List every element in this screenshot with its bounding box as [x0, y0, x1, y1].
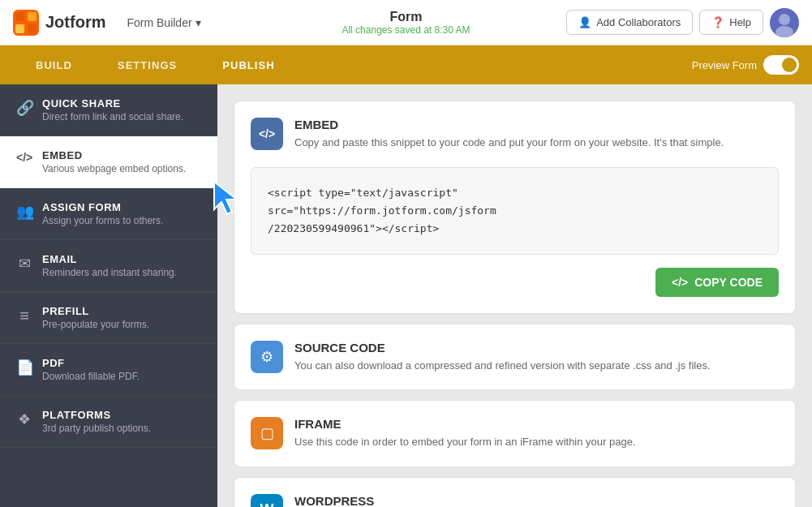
prefill-icon: ≡: [16, 307, 32, 325]
wordpress-card[interactable]: W WORDPRESS Use our free plugin to embed…: [234, 477, 796, 507]
sidebar-item-quick-share[interactable]: 🔗 QUICK SHARE Direct form link and socia…: [0, 84, 217, 136]
help-button[interactable]: ❓ Help: [699, 10, 763, 35]
preview-form-toggle[interactable]: Preview Form: [692, 55, 799, 75]
sidebar-prefill-desc: Pre-populate your forms.: [42, 319, 149, 330]
tab-build[interactable]: BUILD: [13, 49, 95, 81]
iframe-title: IFRAME: [294, 417, 636, 431]
sidebar-embed-desc: Various webpage embed options.: [42, 163, 186, 174]
header: Jotform Form Builder ▾ Form All changes …: [0, 0, 812, 45]
embed-card: </> EMBED Copy and paste this snippet to…: [234, 101, 796, 314]
platforms-icon: ❖: [16, 410, 32, 428]
jotform-logo-icon: [13, 10, 39, 36]
sidebar-item-prefill[interactable]: ≡ PREFILL Pre-populate your forms.: [0, 292, 217, 344]
iframe-card[interactable]: ▢ IFRAME Use this code in order to embed…: [234, 400, 796, 467]
help-label: Help: [729, 16, 751, 28]
avatar[interactable]: [770, 8, 799, 37]
form-builder-button[interactable]: Form Builder ▾: [118, 11, 208, 34]
embed-card-icon: </>: [251, 118, 283, 150]
chevron-down-icon: ▾: [195, 16, 201, 29]
svg-rect-8: [15, 24, 24, 33]
nav-tabs: BUILD SETTINGS PUBLISH Preview Form: [0, 45, 812, 84]
svg-point-11: [779, 14, 790, 25]
embed-code-box[interactable]: <script type="text/javascript"src="https…: [251, 167, 779, 255]
tab-settings[interactable]: SETTINGS: [95, 49, 200, 81]
avatar-image: [770, 8, 799, 37]
source-code-card[interactable]: ⚙ SOURCE CODE You can also download a co…: [234, 324, 796, 391]
main-layout: 🔗 QUICK SHARE Direct form link and socia…: [0, 84, 812, 507]
embed-card-title: EMBED: [294, 118, 724, 131]
sidebar-item-assign-form[interactable]: 👥 ASSIGN FORM Assign your forms to other…: [0, 188, 217, 240]
preview-toggle-switch[interactable]: [763, 55, 799, 75]
embed-icon: </>: [16, 151, 32, 164]
embed-card-desc: Copy and paste this snippet to your code…: [294, 135, 724, 151]
form-builder-label: Form Builder: [127, 16, 191, 29]
sidebar-quick-share-desc: Direct form link and social share.: [42, 111, 183, 122]
iframe-card-header: ▢ IFRAME Use this code in order to embed…: [234, 401, 795, 466]
sidebar: 🔗 QUICK SHARE Direct form link and socia…: [0, 84, 217, 507]
svg-rect-6: [15, 12, 24, 21]
iframe-desc: Use this code in order to embed your for…: [294, 434, 636, 450]
add-collaborators-button[interactable]: 👤 Add Collaborators: [566, 10, 693, 35]
sidebar-assign-desc: Assign your forms to others.: [42, 215, 163, 226]
sidebar-assign-title: ASSIGN FORM: [42, 201, 163, 213]
copy-btn-container: </> COPY CODE: [234, 268, 795, 313]
logo: Jotform: [13, 10, 105, 36]
sidebar-item-embed[interactable]: </> EMBED Various webpage embed options.: [0, 136, 217, 188]
iframe-symbol-icon: ▢: [260, 424, 274, 442]
sidebar-item-platforms[interactable]: ❖ PLATFORMS 3rd party publish options.: [0, 396, 217, 448]
sidebar-platforms-title: PLATFORMS: [42, 409, 151, 421]
header-right: 👤 Add Collaborators ❓ Help: [566, 8, 799, 37]
gear-icon: ⚙: [260, 348, 273, 366]
sidebar-pdf-title: PDF: [42, 357, 140, 369]
form-title: Form: [342, 10, 470, 24]
wordpress-card-header: W WORDPRESS Use our free plugin to embed…: [234, 478, 795, 507]
sidebar-pdf-desc: Download fillable PDF.: [42, 371, 140, 382]
copy-code-label: COPY CODE: [694, 276, 763, 289]
preview-form-label: Preview Form: [692, 59, 757, 71]
code-icon: </>: [259, 127, 275, 140]
assign-form-icon: 👥: [16, 203, 32, 221]
sidebar-item-email[interactable]: ✉ EMAIL Reminders and instant sharing.: [0, 240, 217, 292]
help-icon: ❓: [711, 16, 724, 28]
wordpress-icon: W: [251, 494, 283, 507]
sidebar-quick-share-title: QUICK SHARE: [42, 97, 183, 110]
sidebar-email-desc: Reminders and instant sharing.: [42, 267, 177, 278]
saved-status: All changes saved at 8:30 AM: [342, 24, 470, 36]
sidebar-email-title: EMAIL: [42, 253, 177, 265]
sidebar-prefill-title: PREFILL: [42, 305, 149, 317]
sidebar-item-pdf[interactable]: 📄 PDF Download fillable PDF.: [0, 344, 217, 396]
link-icon: 🔗: [16, 99, 32, 117]
logo-text: Jotform: [45, 13, 105, 32]
add-collaborators-label: Add Collaborators: [596, 16, 681, 28]
user-plus-icon: 👤: [578, 16, 591, 28]
source-code-title: SOURCE CODE: [294, 341, 711, 354]
iframe-icon: ▢: [251, 417, 283, 449]
wordpress-title: WORDPRESS: [294, 494, 599, 507]
tab-publish[interactable]: PUBLISH: [200, 49, 297, 81]
header-left: Jotform Form Builder ▾: [13, 10, 209, 36]
source-code-desc: You can also download a compressed and r…: [294, 358, 711, 374]
svg-rect-7: [28, 12, 37, 21]
nav-tabs-left: BUILD SETTINGS PUBLISH: [13, 49, 298, 81]
wordpress-w-icon: W: [260, 501, 274, 507]
embed-code-text: <script type="text/javascript"src="https…: [268, 187, 496, 234]
source-code-icon: ⚙: [251, 341, 283, 373]
sidebar-embed-title: EMBED: [42, 149, 186, 161]
copy-code-icon: </>: [672, 276, 688, 289]
source-code-card-header: ⚙ SOURCE CODE You can also download a co…: [234, 324, 795, 390]
sidebar-platforms-desc: 3rd party publish options.: [42, 423, 151, 434]
header-center: Form All changes saved at 8:30 AM: [342, 10, 470, 36]
pdf-icon: 📄: [16, 359, 32, 376]
content-area: </> EMBED Copy and paste this snippet to…: [217, 84, 812, 507]
svg-rect-9: [28, 24, 37, 33]
copy-code-button[interactable]: </> COPY CODE: [655, 268, 779, 297]
embed-card-header: </> EMBED Copy and paste this snippet to…: [234, 101, 795, 167]
email-icon: ✉: [16, 255, 32, 273]
